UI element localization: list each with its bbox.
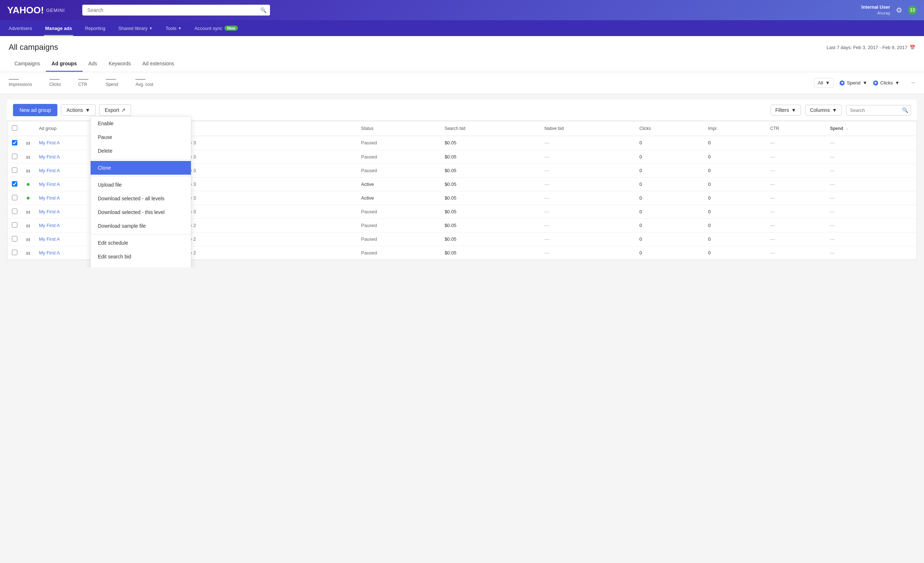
row-checkbox[interactable] xyxy=(12,168,17,173)
cell-search-bid: $0.05 xyxy=(440,191,540,205)
cell-checkbox[interactable] xyxy=(8,232,22,246)
cell-spend: — xyxy=(825,150,916,163)
ad-group-link[interactable]: My First A xyxy=(39,181,60,187)
sidebar-item-shared-library[interactable]: Shared library ▼ xyxy=(117,20,154,36)
cell-impr: 0 xyxy=(704,246,766,259)
sidebar-item-manage-ads[interactable]: Manage ads xyxy=(44,20,73,36)
notification-badge[interactable]: 13 xyxy=(908,6,917,15)
select-all-checkbox[interactable] xyxy=(12,125,17,131)
action-pause[interactable]: Pause xyxy=(91,130,191,144)
date-range[interactable]: Last 7 days: Feb 3, 2017 - Feb 9, 2017 📅 xyxy=(826,45,915,50)
page-title: All campaigns xyxy=(9,43,58,52)
cell-search-bid: $0.05 xyxy=(440,232,540,246)
row-checkbox[interactable] xyxy=(12,195,17,200)
sidebar-item-advertisers[interactable]: Advertisers xyxy=(7,20,34,36)
tab-ad-groups[interactable]: Ad groups xyxy=(46,57,82,72)
divider xyxy=(91,159,191,160)
cell-clicks: 0 xyxy=(635,232,704,246)
row-checkbox[interactable] xyxy=(12,154,17,159)
metric-avg-cost[interactable]: Avg. cost xyxy=(135,79,153,87)
chart-toggle[interactable]: ~ xyxy=(911,79,915,87)
tab-keywords[interactable]: Keywords xyxy=(103,57,136,72)
top-search-input[interactable] xyxy=(82,5,270,15)
cell-clicks: 0 xyxy=(635,191,704,205)
cell-search-bid: $0.05 xyxy=(440,246,540,259)
row-checkbox[interactable] xyxy=(12,140,17,145)
all-filter-dropdown[interactable]: All ▼ xyxy=(814,78,834,88)
cell-status-icon: ▮▮ xyxy=(22,150,34,163)
cell-checkbox[interactable] xyxy=(8,177,22,191)
tab-campaigns[interactable]: Campaigns xyxy=(9,57,46,72)
action-edit-schedule[interactable]: Edit schedule xyxy=(91,236,191,250)
chevron-down-icon: ▼ xyxy=(895,80,900,85)
toolbar-right: Filters ▼ Columns ▼ 🔍 xyxy=(771,105,911,115)
cell-checkbox[interactable] xyxy=(8,163,22,177)
metric-impressions[interactable]: Impressions xyxy=(9,79,32,87)
th-search-bid[interactable]: Search bid xyxy=(440,121,540,136)
clicks-radio[interactable]: Clicks ▼ xyxy=(873,80,900,85)
cell-checkbox[interactable] xyxy=(8,205,22,219)
ad-group-link[interactable]: My First A xyxy=(39,154,60,160)
chevron-down-icon: ▼ xyxy=(832,107,837,113)
row-checkbox[interactable] xyxy=(12,250,17,255)
table-search-input[interactable] xyxy=(846,105,911,115)
user-type: Internal User xyxy=(861,4,890,10)
action-download-selected-this[interactable]: Download selected - this level xyxy=(91,205,191,219)
top-navigation: YAHOO! GEMINI 🔍 Internal User Anurag ⚙ 1… xyxy=(0,0,924,20)
action-upload-file[interactable]: Upload file xyxy=(91,178,191,192)
cell-impr: 0 xyxy=(704,150,766,163)
pause-status-icon: ▮▮ xyxy=(26,223,30,228)
action-download-sample[interactable]: Download sample file xyxy=(91,219,191,233)
ad-group-link[interactable]: My First A xyxy=(39,168,60,173)
sidebar-item-tools[interactable]: Tools ▼ xyxy=(164,20,183,36)
tab-ads[interactable]: Ads xyxy=(82,57,103,72)
cell-checkbox[interactable] xyxy=(8,150,22,163)
action-clone[interactable]: Clone xyxy=(91,161,191,175)
metric-ctr[interactable]: CTR xyxy=(78,79,88,87)
cell-checkbox[interactable] xyxy=(8,219,22,232)
metric-label: Clicks xyxy=(50,82,61,87)
actions-button[interactable]: Actions ▼ xyxy=(61,104,96,116)
row-checkbox[interactable] xyxy=(12,181,17,187)
th-ctr[interactable]: CTR xyxy=(766,121,825,136)
new-ad-group-button[interactable]: New ad group xyxy=(13,104,57,116)
ad-group-link[interactable]: My First A xyxy=(39,237,60,242)
action-enable[interactable]: Enable xyxy=(91,117,191,130)
action-edit-search-bid[interactable]: Edit search bid xyxy=(91,250,191,264)
cell-impr: 0 xyxy=(704,205,766,219)
sidebar-item-account-sync[interactable]: Account sync New xyxy=(193,20,239,36)
cell-ctr: — xyxy=(766,136,825,150)
row-checkbox[interactable] xyxy=(12,209,17,214)
ad-group-link[interactable]: My First A xyxy=(39,209,60,214)
tab-ad-extensions[interactable]: Ad extensions xyxy=(136,57,180,72)
row-checkbox[interactable] xyxy=(12,236,17,241)
spend-radio[interactable]: Spend ▼ xyxy=(840,80,867,85)
th-clicks[interactable]: Clicks xyxy=(635,121,704,136)
filters-button[interactable]: Filters ▼ xyxy=(771,105,801,115)
ad-group-link[interactable]: My First A xyxy=(39,140,60,145)
settings-icon[interactable]: ⚙ xyxy=(896,6,902,15)
th-status[interactable]: Status xyxy=(357,121,440,136)
row-checkbox[interactable] xyxy=(12,222,17,228)
ad-group-link[interactable]: My First A xyxy=(39,195,60,201)
action-download-selected-all[interactable]: Download selected - all levels xyxy=(91,192,191,205)
action-edit-native-bid[interactable]: Edit native bid xyxy=(91,264,191,267)
cell-status: Paused xyxy=(357,232,440,246)
th-native-bid[interactable]: Native bid xyxy=(540,121,635,136)
columns-button[interactable]: Columns ▼ xyxy=(805,105,842,115)
metric-spend[interactable]: Spend xyxy=(106,79,118,87)
ad-group-link[interactable]: My First A xyxy=(39,250,60,256)
cell-checkbox[interactable] xyxy=(8,246,22,259)
metric-clicks[interactable]: Clicks xyxy=(50,79,61,87)
sidebar-item-reporting[interactable]: Reporting xyxy=(83,20,106,36)
th-spend[interactable]: Spend ↓ xyxy=(825,121,916,136)
ad-group-link[interactable]: My First A xyxy=(39,223,60,228)
sort-arrow-icon: ↓ xyxy=(846,126,848,131)
cell-checkbox[interactable] xyxy=(8,191,22,205)
cell-status: Paused xyxy=(357,205,440,219)
action-delete[interactable]: Delete xyxy=(91,144,191,158)
export-button[interactable]: Export ↗ xyxy=(99,104,131,116)
cell-checkbox[interactable] xyxy=(8,136,22,150)
th-impr[interactable]: Impr. xyxy=(704,121,766,136)
cell-clicks: 0 xyxy=(635,150,704,163)
